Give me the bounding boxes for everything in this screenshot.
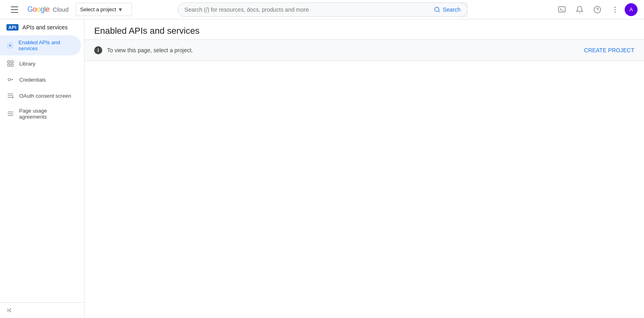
info-banner: i To view this page, select a project. C… <box>85 40 644 61</box>
svg-rect-8 <box>8 61 10 63</box>
page-usage-icon <box>6 110 14 118</box>
svg-rect-10 <box>8 64 10 66</box>
sidebar-item-oauth[interactable]: OAuth consent screen <box>0 88 81 104</box>
help-button[interactable] <box>589 2 605 18</box>
sidebar: API APIs and services Enabled APIs and s… <box>0 19 85 318</box>
cloud-shell-button[interactable] <box>554 2 570 18</box>
sidebar-item-enabled-apis[interactable]: Enabled APIs and services <box>0 35 81 55</box>
collapse-sidebar-button[interactable] <box>0 302 84 318</box>
content-header: Enabled APIs and services <box>85 19 644 40</box>
hamburger-line <box>11 6 18 7</box>
page-title: Enabled APIs and services <box>94 26 634 36</box>
help-icon <box>593 6 601 14</box>
credentials-icon <box>6 76 14 84</box>
sidebar-item-page-usage[interactable]: Page usage agreements <box>0 104 81 124</box>
hamburger-line <box>11 12 18 13</box>
svg-point-0 <box>435 7 439 12</box>
svg-point-3 <box>594 6 601 13</box>
search-input[interactable] <box>178 2 467 17</box>
notifications-button[interactable] <box>572 2 588 18</box>
info-banner-left: i To view this page, select a project. <box>94 46 193 54</box>
avatar[interactable]: A <box>625 3 638 16</box>
svg-point-5 <box>615 9 616 10</box>
hamburger-menu-button[interactable] <box>6 2 23 18</box>
svg-rect-9 <box>11 61 13 63</box>
cloud-label: Cloud <box>53 6 68 13</box>
svg-rect-11 <box>11 64 13 66</box>
sidebar-item-label-page-usage: Page usage agreements <box>19 108 74 120</box>
library-icon <box>6 59 14 68</box>
search-button-label: Search <box>443 6 460 13</box>
sidebar-header: API APIs and services <box>0 19 84 35</box>
sidebar-item-label-library: Library <box>19 61 35 67</box>
terminal-icon <box>558 6 566 14</box>
topbar-right: A <box>554 2 638 18</box>
svg-point-16 <box>12 97 13 98</box>
svg-point-4 <box>615 6 616 8</box>
svg-point-12 <box>8 78 10 81</box>
google-logo-text: Google <box>27 5 50 14</box>
search-icon <box>434 6 440 13</box>
svg-point-6 <box>615 11 616 12</box>
search-bar: Search <box>178 2 467 17</box>
more-options-button[interactable] <box>607 2 623 18</box>
project-selector-label: Select a project <box>80 6 116 12</box>
svg-rect-2 <box>559 6 566 12</box>
google-cloud-logo[interactable]: Google Cloud <box>27 5 68 14</box>
api-badge: API <box>6 24 19 31</box>
enabled-apis-icon <box>6 41 14 49</box>
info-message: To view this page, select a project. <box>107 47 193 53</box>
content-area: Enabled APIs and services i To view this… <box>85 19 644 318</box>
topbar-left: Google Cloud <box>6 2 71 18</box>
info-icon: i <box>94 46 102 54</box>
chevron-down-icon: ▾ <box>119 6 122 13</box>
sidebar-nav: Enabled APIs and services Library <box>0 35 84 302</box>
sidebar-title: APIs and services <box>23 24 68 31</box>
sidebar-item-label-oauth: OAuth consent screen <box>19 93 71 99</box>
main-layout: API APIs and services Enabled APIs and s… <box>0 19 644 318</box>
project-selector-button[interactable]: Select a project ▾ <box>76 3 132 16</box>
sidebar-item-credentials[interactable]: Credentials <box>0 72 81 88</box>
dots-vertical-icon <box>611 6 619 14</box>
collapse-icon <box>6 307 14 314</box>
svg-line-1 <box>438 11 440 12</box>
hamburger-line <box>11 9 18 10</box>
sidebar-item-label-enabled: Enabled APIs and services <box>19 39 74 51</box>
sidebar-item-label-credentials: Credentials <box>19 77 46 83</box>
create-project-link[interactable]: CREATE PROJECT <box>584 47 634 53</box>
sidebar-item-library[interactable]: Library <box>0 55 81 72</box>
oauth-icon <box>6 92 14 100</box>
search-button[interactable]: Search <box>427 2 467 17</box>
svg-point-7 <box>9 45 11 47</box>
topbar: Google Cloud Select a project ▾ Search <box>0 0 644 19</box>
bell-icon <box>576 6 584 14</box>
